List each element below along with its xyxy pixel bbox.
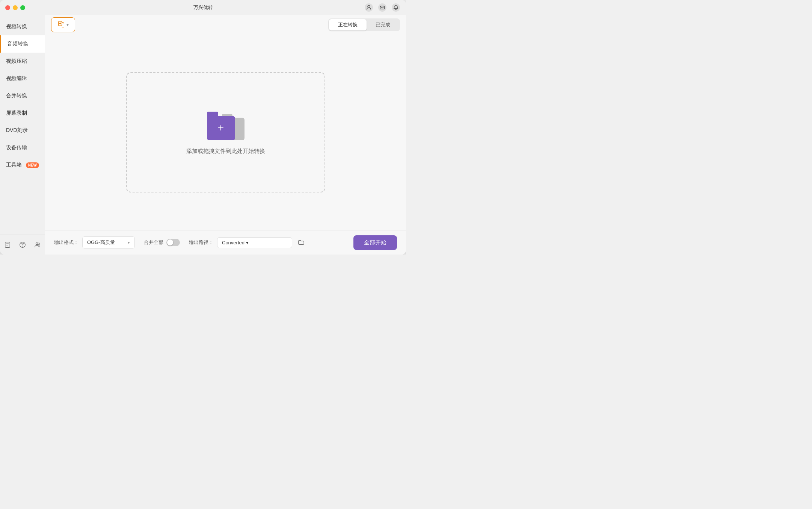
- path-field: 输出路径： Converted ▾: [189, 237, 306, 248]
- sidebar-item-toolbox[interactable]: 工具箱 NEW: [0, 156, 45, 174]
- start-all-button[interactable]: 全部开始: [353, 235, 397, 250]
- svg-point-5: [36, 243, 38, 245]
- sidebar: 视频转换 音频转换 视频压缩 视频编辑 合并转换 屏幕录制 DVD刻录 设备传输: [0, 15, 45, 254]
- folder-front: +: [207, 116, 235, 140]
- traffic-lights: [5, 5, 25, 10]
- main-layout: 视频转换 音频转换 视频压缩 视频编辑 合并转换 屏幕录制 DVD刻录 设备传输: [0, 15, 406, 254]
- sidebar-item-video-edit[interactable]: 视频编辑: [0, 70, 45, 87]
- path-chevron-icon: ▾: [246, 240, 249, 245]
- format-label: 输出格式：: [54, 239, 78, 246]
- merge-label: 合并全部: [144, 239, 163, 246]
- sidebar-item-audio-convert[interactable]: 音频转换: [0, 35, 45, 53]
- svg-point-0: [368, 5, 370, 8]
- title-bar: 万兴优转: [0, 0, 406, 15]
- close-button[interactable]: [5, 5, 10, 10]
- minimize-button[interactable]: [13, 5, 18, 10]
- sidebar-item-video-compress[interactable]: 视频压缩: [0, 53, 45, 70]
- merge-toggle-field: 合并全部: [144, 239, 180, 246]
- folder-browse-button[interactable]: [296, 237, 306, 248]
- account-icon[interactable]: [365, 3, 373, 12]
- notification-icon[interactable]: [392, 3, 400, 12]
- sidebar-item-dvd-burn[interactable]: DVD刻录: [0, 122, 45, 139]
- merge-toggle-switch[interactable]: [166, 239, 180, 246]
- add-file-button[interactable]: ▾: [51, 17, 75, 32]
- folder-illustration: +: [207, 110, 245, 140]
- sidebar-item-video-convert[interactable]: 视频转换: [0, 18, 45, 35]
- sidebar-item-screen-record[interactable]: 屏幕录制: [0, 105, 45, 122]
- mail-icon[interactable]: [378, 3, 386, 12]
- drop-text: 添加或拖拽文件到此处开始转换: [186, 148, 265, 155]
- add-file-chevron: ▾: [66, 22, 69, 27]
- book-icon[interactable]: [2, 239, 13, 250]
- drop-zone[interactable]: + 添加或拖拽文件到此处开始转换: [126, 72, 325, 192]
- format-field: 输出格式： OGG-高质量 ▾: [54, 236, 135, 248]
- format-value: OGG-高质量: [87, 239, 115, 246]
- app-window: 万兴优转: [0, 0, 406, 254]
- tab-converting[interactable]: 正在转换: [329, 19, 367, 30]
- plus-icon: +: [218, 123, 224, 133]
- sidebar-item-device-transfer[interactable]: 设备传输: [0, 139, 45, 156]
- tab-switcher: 正在转换 已完成: [328, 18, 400, 31]
- content-area: ▾ 正在转换 已完成 + 添加或拖拽文件到此处开始转换: [45, 15, 406, 254]
- bottom-bar: 输出格式： OGG-高质量 ▾ 合并全部 输出路径： Converted: [45, 230, 406, 254]
- add-file-icon: [57, 21, 64, 29]
- svg-point-6: [38, 243, 40, 245]
- app-title: 万兴优转: [193, 4, 213, 11]
- svg-point-4: [22, 246, 23, 246]
- path-value: Converted: [222, 240, 245, 245]
- new-badge: NEW: [26, 162, 39, 168]
- user-group-icon[interactable]: [32, 239, 43, 250]
- title-bar-icons: [365, 3, 400, 12]
- format-select[interactable]: OGG-高质量 ▾: [82, 236, 135, 248]
- svg-rect-2: [5, 242, 10, 247]
- sidebar-item-merge-convert[interactable]: 合并转换: [0, 87, 45, 105]
- top-toolbar: ▾ 正在转换 已完成: [45, 15, 406, 35]
- output-path-select[interactable]: Converted ▾: [217, 237, 292, 248]
- path-label: 输出路径：: [189, 239, 213, 246]
- sidebar-bottom: [0, 235, 45, 254]
- help-icon[interactable]: [17, 239, 28, 250]
- format-chevron-icon: ▾: [128, 240, 130, 245]
- tab-completed[interactable]: 已完成: [367, 19, 399, 30]
- maximize-button: [20, 5, 25, 10]
- drop-zone-container: + 添加或拖拽文件到此处开始转换: [45, 35, 406, 230]
- toggle-knob: [167, 239, 173, 245]
